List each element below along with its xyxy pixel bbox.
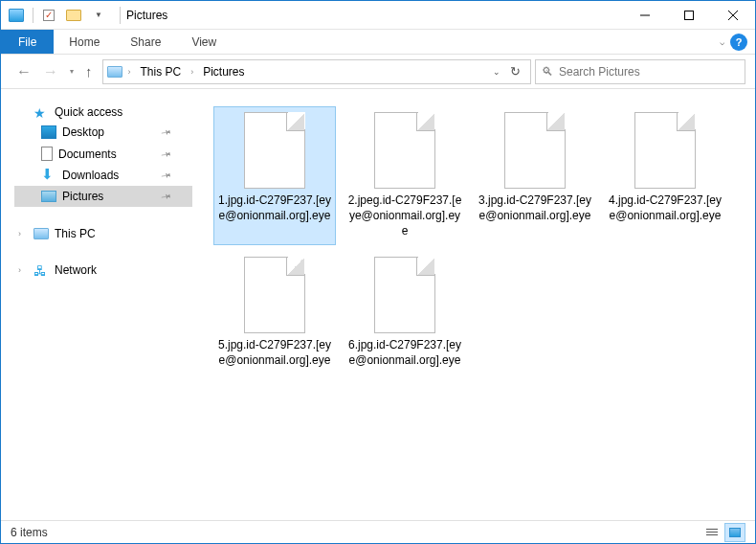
sidebar-item-downloads[interactable]: ⬇ Downloads 📌︎ [14,165,192,186]
title-separator [120,7,121,24]
title-bar: ✓ ▼ Pictures [1,1,755,30]
status-text: 6 items [11,526,48,539]
new-folder-icon[interactable] [62,5,85,26]
minimize-button[interactable] [623,1,667,30]
chevron-right-icon[interactable]: › [126,67,133,77]
pin-icon: 📌︎ [159,146,174,161]
quick-access-toolbar: ✓ ▼ [1,5,114,26]
pin-icon: 📌︎ [159,125,174,140]
file-icon [244,112,305,189]
sidebar-item-label: Desktop [62,125,104,139]
file-icon [374,112,435,189]
sidebar-item-label: Downloads [62,169,119,182]
back-button[interactable]: ← [16,63,32,80]
file-icon [634,112,696,189]
help-icon[interactable]: ? [730,34,747,51]
file-name: 4.jpg.id-C279F237.[eye@onionmail.org].ey… [606,193,724,223]
sidebar-item-label: Network [55,263,97,277]
folder-app-icon[interactable] [5,5,28,26]
search-input[interactable] [559,65,739,79]
status-bar: 6 items [1,520,755,543]
sidebar-item-pictures[interactable]: Pictures 📌︎ [14,186,192,207]
file-item[interactable]: 3.jpg.id-C279F237.[eye@onionmail.org].ey… [474,106,596,245]
file-name: 6.jpg.id-C279F237.[eye@onionmail.org].ey… [345,337,464,368]
file-name: 1.jpg.id-C279F237.[eye@onionmail.org].ey… [215,193,334,223]
address-dropdown-icon[interactable]: ⌄ [493,67,500,77]
network-icon: 🖧︎ [33,263,49,277]
file-icon [374,257,435,333]
maximize-button[interactable] [667,1,711,30]
caption-buttons [623,1,755,30]
chevron-right-icon[interactable]: › [18,229,28,238]
svg-rect-1 [685,11,694,19]
details-view-button[interactable] [701,523,723,542]
recent-locations-icon[interactable]: ▾ [70,67,74,76]
sidebar-this-pc[interactable]: › This PC [14,224,192,243]
file-item[interactable]: 2.jpeg.id-C279F237.[eye@onionmail.org].e… [344,106,466,245]
sidebar-item-label: This PC [55,227,96,240]
file-name: 5.jpg.id-C279F237.[eye@onionmail.org].ey… [215,337,334,368]
thumbnails-view-button[interactable] [724,523,745,542]
search-box[interactable]: 🔍︎ [535,59,745,84]
pin-icon: 📌︎ [159,168,174,183]
explorer-body: ★ Quick access Desktop 📌︎ Documents 📌︎ ⬇… [1,89,755,520]
file-item[interactable]: 1.jpg.id-C279F237.[eye@onionmail.org].ey… [213,106,336,245]
pictures-icon [41,191,56,202]
sidebar-item-label: Pictures [62,190,103,203]
up-button[interactable]: ↑ [85,63,93,79]
navigation-pane: ★ Quick access Desktop 📌︎ Documents 📌︎ ⬇… [1,89,192,520]
search-icon: 🔍︎ [542,65,553,79]
file-name: 3.jpg.id-C279F237.[eye@onionmail.org].ey… [476,193,594,223]
properties-checkbox-icon[interactable]: ✓ [37,5,60,26]
desktop-icon [41,125,56,139]
tab-view[interactable]: View [176,30,232,54]
chevron-right-icon[interactable]: › [189,67,195,77]
sidebar-item-label: Quick access [55,105,122,119]
chevron-right-icon[interactable]: › [18,265,28,275]
ribbon: File Home Share View ⌵ ? [1,30,755,55]
tab-share[interactable]: Share [115,30,176,54]
qat-separator [30,5,35,26]
file-icon [504,112,566,189]
document-icon [41,147,53,161]
file-item[interactable]: 5.jpg.id-C279F237.[eye@onionmail.org].ey… [213,251,336,374]
breadcrumb-folder[interactable]: Pictures [199,63,248,80]
refresh-icon[interactable]: ↻ [510,64,521,79]
download-icon: ⬇ [41,169,56,182]
forward-button[interactable]: → [43,63,58,80]
file-icon [244,257,305,333]
tab-home[interactable]: Home [54,30,115,54]
file-name: 2.jpeg.id-C279F237.[eye@onionmail.org].e… [345,193,464,239]
sidebar-item-documents[interactable]: Documents 📌︎ [14,143,192,165]
pin-icon: 📌︎ [159,189,174,204]
collapse-ribbon-icon[interactable]: ⌵ [720,37,724,47]
sidebar-item-desktop[interactable]: Desktop 📌︎ [14,122,192,143]
file-list[interactable]: 1.jpg.id-C279F237.[eye@onionmail.org].ey… [192,89,755,520]
star-icon: ★ [33,105,49,119]
close-button[interactable] [711,1,755,30]
sidebar-item-label: Documents [58,147,117,161]
file-item[interactable]: 6.jpg.id-C279F237.[eye@onionmail.org].ey… [344,251,466,374]
window-title: Pictures [126,9,167,22]
pc-icon [33,228,49,239]
qat-dropdown-icon[interactable]: ▼ [87,5,110,26]
nav-arrows: ← → ▾ ↑ [11,63,99,80]
location-icon [107,66,122,78]
file-item[interactable]: 4.jpg.id-C279F237.[eye@onionmail.org].ey… [604,106,726,245]
breadcrumb-root[interactable]: This PC [137,63,186,80]
sidebar-network[interactable]: › 🖧︎ Network [14,261,192,280]
sidebar-quick-access[interactable]: ★ Quick access [14,102,192,122]
file-tab[interactable]: File [1,30,54,54]
navigation-bar: ← → ▾ ↑ › This PC › Pictures ⌄ ↻ 🔍︎ [1,55,755,89]
address-bar[interactable]: › This PC › Pictures ⌄ ↻ [102,59,532,84]
